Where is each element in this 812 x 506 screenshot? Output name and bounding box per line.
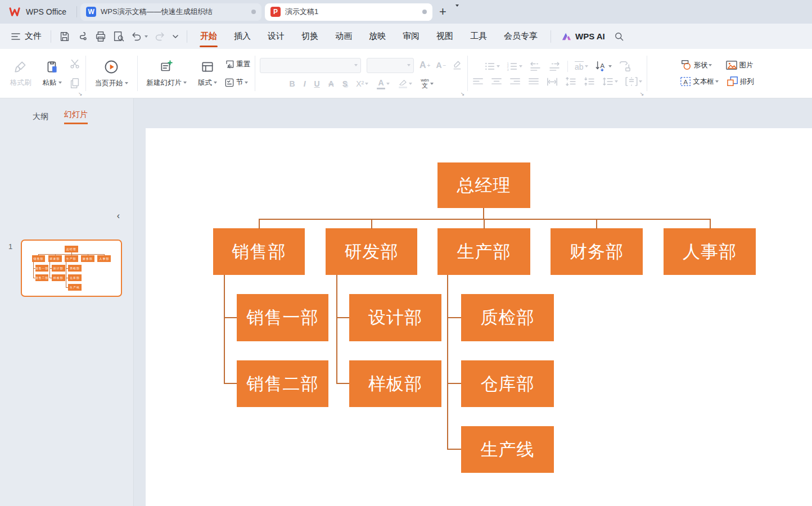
superscript-button[interactable]: X² [356,79,368,88]
org-node[interactable]: 销售二部 [237,360,328,407]
tab-review[interactable]: 审阅 [394,24,428,49]
tab-design[interactable]: 设计 [259,24,293,49]
shapes-button[interactable]: 形状 [680,60,712,71]
picture-button[interactable]: 图片 [725,60,753,71]
decrease-paragraph-spacing-button[interactable] [584,77,595,86]
document-tab-writer[interactable]: W WPS演示文稿——快速生成组织结 [80,3,261,21]
org-node[interactable]: 研发部 [48,255,62,262]
align-center-button[interactable] [491,78,502,86]
character-border-button[interactable]: ab [575,61,588,71]
outline-tab[interactable]: 大纲 [33,112,48,122]
org-node[interactable]: 设计部 [349,294,441,341]
increase-font-button[interactable]: A+ [419,60,430,70]
align-right-button[interactable] [509,78,521,86]
org-node[interactable]: 销售二部 [35,274,49,281]
text-direction-button[interactable]: A [595,61,612,72]
decrease-indent-button[interactable] [529,62,542,71]
new-slide-button[interactable]: 新建幻灯片 [142,58,192,89]
org-node[interactable]: 质检部 [68,265,82,272]
clear-format-button[interactable] [452,60,463,71]
layout-button[interactable]: 版式 [193,58,222,89]
tab-list-chevron[interactable] [453,7,461,17]
new-tab-button[interactable]: + [436,6,450,18]
section-button[interactable]: 节 [224,77,248,88]
copy-button[interactable] [69,77,81,89]
cut-button[interactable] [69,58,81,70]
slide-thumbnail[interactable]: 总经理销售部研发部生产部财务部人事部销售一部销售二部设计部样板部质检部仓库部生产… [21,240,122,297]
org-node[interactable]: 仓库部 [461,360,554,407]
org-node[interactable]: 人事部 [97,255,111,262]
tab-transitions[interactable]: 切换 [293,24,327,49]
search-icon[interactable] [611,29,628,44]
quickbar-more-chevron[interactable] [169,31,182,42]
org-node[interactable]: 总经理 [65,246,78,252]
org-node[interactable]: 样板部 [349,360,441,407]
increase-paragraph-spacing-button[interactable] [565,77,576,86]
vertical-align-button[interactable] [625,77,642,86]
bold-button[interactable]: B [290,79,295,88]
numbering-button[interactable]: 123 [507,61,522,71]
org-node[interactable]: 销售部 [32,255,46,262]
italic-button[interactable]: I [304,79,306,88]
tab-tools[interactable]: 工具 [462,24,495,49]
tab-member[interactable]: 会员专享 [495,24,546,49]
textbox-button[interactable]: A 文本框 [679,76,719,87]
file-menu[interactable]: 文件 [7,31,46,42]
tab-animations[interactable]: 动画 [327,24,360,49]
org-node[interactable]: 销售部 [213,228,305,275]
slide-canvas[interactable]: 总经理销售部研发部生产部财务部人事部销售一部销售二部设计部样板部质检部仓库部生产… [146,128,812,506]
text-shadow-button[interactable]: S [342,79,348,88]
org-node[interactable]: 生产部 [65,255,78,262]
org-node[interactable]: 财务部 [551,228,643,275]
font-size-select[interactable] [367,58,414,73]
highlight-color-button[interactable] [398,79,412,88]
justify-button[interactable] [528,78,539,86]
underline-button[interactable]: U [314,79,320,88]
slides-tab[interactable]: 幻灯片 [64,110,88,124]
org-node[interactable]: 生产线 [68,284,82,291]
save-button[interactable] [56,29,74,44]
org-node[interactable]: 财务部 [81,255,94,262]
org-node[interactable]: 销售一部 [35,265,49,272]
org-node[interactable]: 生产部 [437,228,530,275]
print-button[interactable] [92,29,110,44]
org-node[interactable]: 研发部 [326,228,417,275]
org-node[interactable]: 设计部 [52,265,65,272]
bullets-button[interactable] [484,61,500,71]
undo-button[interactable] [128,29,151,44]
org-node[interactable]: 样板部 [52,274,65,281]
redo-button[interactable] [151,29,169,44]
paragraph-group-expand-icon[interactable]: ↘ [640,91,644,97]
tab-insert[interactable]: 插入 [225,24,259,49]
print-preview-button[interactable] [110,29,128,44]
convert-to-diagram-button[interactable] [619,61,631,72]
arrange-button[interactable]: 排列 [727,76,754,87]
increase-indent-button[interactable] [548,62,561,71]
app-brand[interactable]: WPS Office [4,7,73,17]
share-button[interactable] [74,29,92,44]
align-left-button[interactable] [472,78,484,86]
wps-ai-button[interactable]: WPS AI [556,31,611,41]
distribute-text-button[interactable] [547,78,558,86]
play-from-current-button[interactable]: 当页开始 [91,58,133,89]
font-group-expand-icon[interactable]: ↘ [461,91,465,97]
org-node[interactable]: 生产线 [461,426,554,473]
tab-home[interactable]: 开始 [192,24,225,49]
org-node[interactable]: 质检部 [461,294,554,341]
tab-view[interactable]: 视图 [428,24,462,49]
org-node[interactable]: 人事部 [664,228,756,275]
org-node[interactable]: 销售一部 [237,294,328,341]
org-node[interactable]: 总经理 [437,162,530,208]
collapse-panel-icon[interactable]: ‹ [117,211,120,221]
org-node[interactable]: 仓库部 [68,274,82,281]
line-spacing-button[interactable] [602,77,618,86]
pinyin-guide-button[interactable]: wén文 [421,78,434,89]
tab-slideshow[interactable]: 放映 [360,24,394,49]
clipboard-expand-icon[interactable]: ↘ [78,91,83,97]
font-color-button[interactable]: A [377,78,390,89]
strikethrough-button[interactable]: A [328,79,334,88]
paste-button[interactable]: 粘贴 [38,58,66,89]
reset-button[interactable]: 重置 [224,59,250,70]
decrease-font-button[interactable]: A− [436,61,446,70]
font-family-select[interactable] [260,58,361,73]
